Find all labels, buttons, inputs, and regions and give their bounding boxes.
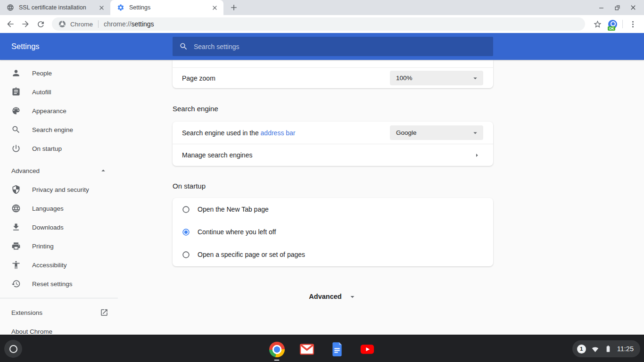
browser-menu-button[interactable] [625, 16, 640, 32]
radio-option-continue[interactable]: Continue where you left off [173, 221, 493, 243]
password-checkup-extension-icon[interactable]: OK [605, 16, 620, 32]
shelf-apps [268, 341, 376, 358]
tab-close-icon[interactable] [98, 4, 106, 12]
restore-history-icon [11, 279, 21, 288]
back-button[interactable] [3, 16, 18, 32]
download-icon [11, 222, 21, 232]
status-tray[interactable]: 1 11:25 [572, 340, 640, 357]
sidebar-item-people[interactable]: People [0, 64, 118, 82]
site-label: Chrome [70, 21, 93, 28]
tab-title: Settings [129, 4, 211, 11]
settings-sidebar: People Autofill Appearance Search engine… [0, 60, 118, 335]
chevron-down-icon [471, 129, 479, 137]
sidebar-item-languages[interactable]: Languages [0, 199, 118, 218]
advanced-expand-button[interactable]: Advanced [173, 290, 493, 303]
default-search-engine-row: Search engine used in the address bar Go… [173, 122, 493, 144]
clock: 11:25 [617, 345, 634, 353]
youtube-app-icon[interactable] [359, 341, 376, 358]
sidebar-advanced-toggle[interactable]: Advanced [0, 161, 118, 180]
settings-search-box[interactable] [173, 37, 493, 56]
page-zoom-label: Page zoom [182, 74, 390, 82]
extension-ok-badge: OK [608, 26, 615, 31]
sidebar-item-search-engine[interactable]: Search engine [0, 120, 118, 139]
address-bar-link[interactable]: address bar [261, 129, 296, 137]
sidebar-item-on-startup[interactable]: On startup [0, 139, 118, 158]
browser-toolbar: Chrome chrome://settings OK [0, 15, 644, 33]
minimize-button[interactable] [593, 0, 609, 15]
docs-app-icon[interactable] [329, 341, 346, 358]
chevron-down-icon [348, 292, 357, 301]
sidebar-item-privacy-security[interactable]: Privacy and security [0, 180, 118, 199]
toolbar-divider [622, 20, 623, 28]
manage-search-engines-row[interactable]: Manage search engines [173, 144, 493, 166]
notification-count-badge: 1 [577, 345, 586, 354]
page-zoom-dropdown[interactable]: 100% [390, 71, 483, 85]
reload-button[interactable] [33, 16, 48, 32]
page-title: Settings [11, 33, 40, 60]
sidebar-item-autofill[interactable]: Autofill [0, 82, 118, 101]
screen: SSL certificate installation Settings [0, 0, 644, 362]
radio-selected-icon[interactable] [182, 228, 190, 236]
docs-document-icon [329, 341, 345, 357]
globe-favicon-icon [7, 4, 14, 11]
sidebar-item-extensions[interactable]: Extensions [0, 303, 118, 322]
chrome-app-icon[interactable] [268, 341, 285, 358]
magnifier-icon [11, 125, 21, 134]
running-app-indicator [274, 360, 280, 361]
person-icon [11, 68, 21, 78]
restore-button[interactable] [609, 0, 625, 15]
sidebar-item-downloads[interactable]: Downloads [0, 218, 118, 237]
settings-header: Settings [0, 33, 644, 60]
wifi-icon [591, 345, 599, 353]
radio-option-specific-pages[interactable]: Open a specific page or set of pages [173, 243, 493, 266]
on-startup-heading: On startup [173, 182, 206, 190]
close-button[interactable] [625, 0, 641, 15]
arrow-right-icon [473, 151, 481, 159]
url-scheme: chrome:// [104, 20, 131, 28]
forward-button[interactable] [18, 16, 33, 32]
search-icon [179, 42, 188, 51]
new-tab-button[interactable] [227, 1, 240, 14]
search-engine-row-label: Search engine used in the address bar [182, 129, 390, 137]
launcher-button[interactable] [4, 340, 22, 358]
shield-icon [11, 185, 21, 194]
battery-icon [604, 345, 612, 353]
clipboard-icon [11, 87, 21, 97]
sidebar-item-about-chrome[interactable]: About Chrome [0, 322, 118, 335]
tab-close-icon[interactable] [211, 4, 219, 12]
settings-search-input[interactable] [194, 43, 487, 50]
tab-strip: SSL certificate installation Settings [0, 0, 644, 15]
launcher-circle-icon [9, 345, 17, 353]
omnibox[interactable]: Chrome chrome://settings [52, 17, 585, 31]
globe-icon [11, 204, 21, 213]
sidebar-divider [0, 298, 118, 298]
tab-ssl-certificate[interactable]: SSL certificate installation [0, 0, 110, 15]
search-engine-heading: Search engine [173, 105, 218, 113]
radio-unselected-icon[interactable] [182, 251, 190, 259]
settings-content: People Autofill Appearance Search engine… [0, 60, 644, 335]
gmail-envelope-icon [299, 341, 315, 357]
power-icon [11, 144, 21, 153]
printer-icon [11, 241, 21, 251]
appearance-card-partial: Page zoom 100% [173, 60, 493, 88]
open-in-new-icon [100, 308, 108, 317]
on-startup-card: Open the New Tab page Continue where you… [173, 198, 493, 266]
omnibox-url: chrome://settings [104, 20, 154, 28]
chrome-logo-icon [269, 342, 285, 357]
gmail-app-icon[interactable] [298, 341, 315, 358]
radio-unselected-icon[interactable] [182, 206, 190, 214]
settings-gear-favicon-icon [117, 4, 124, 11]
search-engine-dropdown[interactable]: Google [390, 125, 483, 140]
radio-option-new-tab[interactable]: Open the New Tab page [173, 198, 493, 221]
chromeos-shelf: 1 11:25 [0, 335, 644, 362]
chrome-site-icon [58, 20, 66, 28]
sidebar-item-accessibility[interactable]: Accessibility [0, 255, 118, 274]
sidebar-item-printing[interactable]: Printing [0, 237, 118, 255]
sidebar-item-reset-settings[interactable]: Reset settings [0, 274, 118, 293]
youtube-play-icon [359, 341, 375, 357]
sidebar-item-appearance[interactable]: Appearance [0, 101, 118, 120]
tab-settings[interactable]: Settings [110, 0, 223, 15]
bookmark-star-button[interactable] [590, 16, 605, 32]
search-engine-card: Search engine used in the address bar Go… [173, 122, 493, 166]
tab-title: SSL certificate installation [19, 4, 98, 11]
